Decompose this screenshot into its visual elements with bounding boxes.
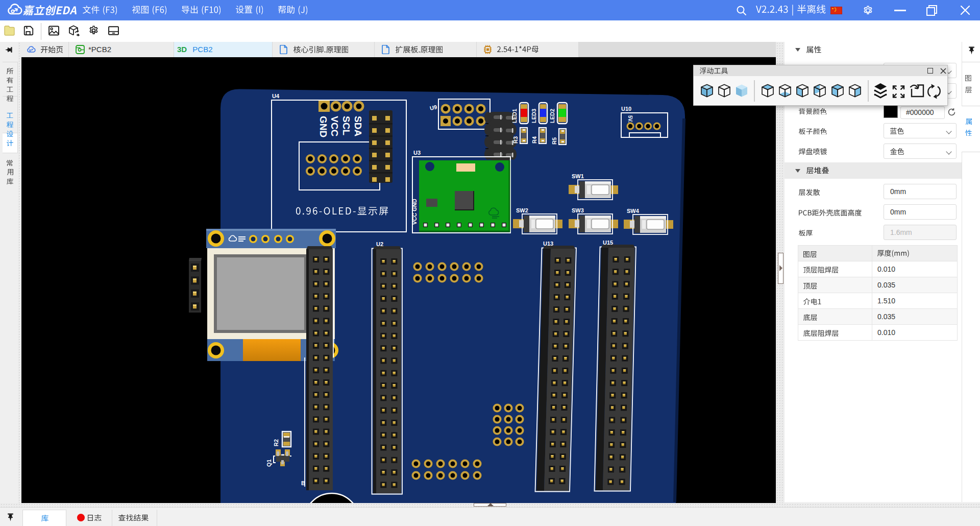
svg-text:U4: U4 xyxy=(272,93,280,99)
svg-text:LED3: LED3 xyxy=(531,109,537,123)
svg-text:U2: U2 xyxy=(376,241,383,247)
svg-text:U13: U13 xyxy=(543,241,553,247)
svg-text:R5: R5 xyxy=(551,137,557,145)
svg-text:SW2: SW2 xyxy=(516,207,528,213)
svg-text:LED2: LED2 xyxy=(549,109,555,123)
svg-text:SW1: SW1 xyxy=(572,173,584,179)
svg-text:SW3: SW3 xyxy=(572,207,584,213)
svg-text:R4: R4 xyxy=(531,136,537,144)
svg-text:5V.: 5V. xyxy=(627,115,633,123)
svg-text:R2: R2 xyxy=(273,439,279,446)
svg-text:Q1: Q1 xyxy=(266,459,272,467)
svg-text:LED1: LED1 xyxy=(511,109,518,123)
svg-text:U3: U3 xyxy=(413,150,421,156)
svg-text:U10: U10 xyxy=(621,106,631,112)
svg-text:U15: U15 xyxy=(603,240,613,246)
svg-text:B: B xyxy=(301,480,305,486)
svg-text:SW4: SW4 xyxy=(627,208,640,214)
svg-text:VCC GND: VCC GND xyxy=(411,199,418,225)
svg-text:GND: GND xyxy=(318,116,329,137)
svg-text:SCL: SCL xyxy=(341,116,352,135)
svg-text:R3: R3 xyxy=(512,136,519,144)
svg-text:VCC: VCC xyxy=(329,116,340,136)
svg-text:SDA: SDA xyxy=(353,116,363,136)
